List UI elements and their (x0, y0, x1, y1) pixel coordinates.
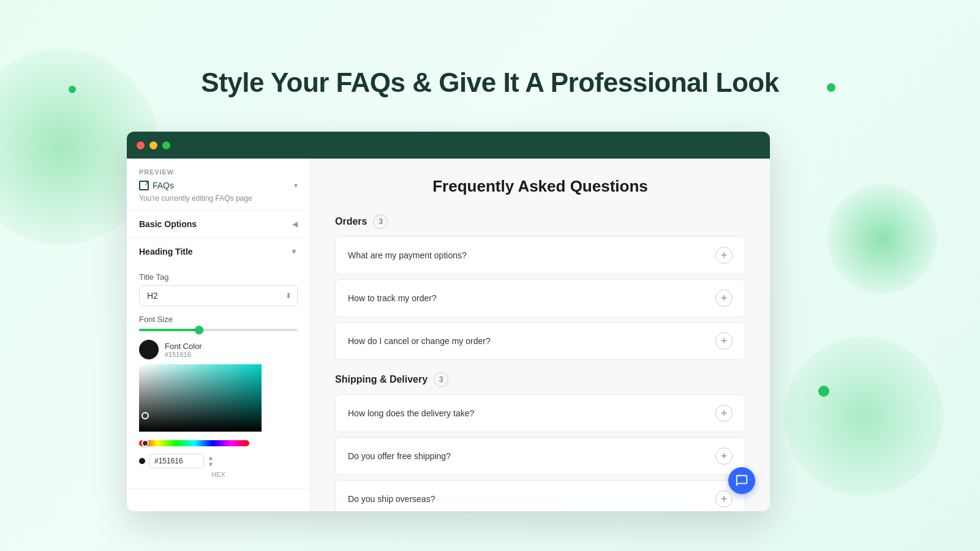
window-body: PREVIEW FAQs ▾ You're currently editing … (127, 159, 770, 511)
window-titlebar (127, 132, 770, 159)
sidebar: PREVIEW FAQs ▾ You're currently editing … (127, 159, 311, 511)
basic-options-label: Basic Options (139, 219, 197, 229)
heading-title-section: Heading Title ▼ Title Tag H2 H1 H3 H4 H5… (127, 238, 310, 489)
basic-options-section: Basic Options ◀ (127, 211, 310, 238)
traffic-light-green[interactable] (162, 141, 170, 149)
shipping-category-count: 3 (434, 372, 448, 387)
orders-category-name: Orders (335, 216, 367, 227)
faq-item[interactable]: Do you offer free shipping? + (335, 437, 745, 475)
faq-expand-button[interactable]: + (715, 290, 733, 307)
font-size-slider-fill (139, 329, 199, 331)
shipping-category-name: Shipping & Delivery (335, 374, 428, 385)
faq-question-text: Do you ship overseas? (348, 494, 435, 504)
faq-item[interactable]: How to track my order? + (335, 279, 745, 317)
title-tag-label: Title Tag (139, 272, 298, 282)
font-color-label: Font Color (165, 342, 202, 351)
bg-decoration-3 (784, 337, 943, 496)
accent-dot-3 (818, 386, 829, 397)
app-window: PREVIEW FAQs ▾ You're currently editing … (127, 132, 770, 511)
hue-slider-thumb (141, 440, 149, 447)
hex-color-input[interactable] (149, 454, 204, 468)
faq-expand-button[interactable]: + (715, 405, 733, 422)
page-title: Style Your FAQs & Give It A Professional… (0, 67, 980, 98)
faq-question-text: How to track my order? (348, 293, 437, 303)
font-color-row: Font Color #151616 (139, 340, 298, 359)
hex-increment-icon[interactable]: ▲ (208, 454, 214, 461)
accent-dot-1 (69, 86, 76, 93)
chat-icon (735, 474, 748, 487)
font-color-swatch[interactable] (139, 340, 159, 359)
faq-main-title: Frequently Asked Questions (335, 177, 745, 196)
heading-title-header[interactable]: Heading Title ▼ (127, 238, 310, 265)
faq-category-shipping: Shipping & Delivery 3 How long does the … (335, 372, 745, 511)
traffic-light-red[interactable] (137, 141, 145, 149)
faq-expand-button[interactable]: + (715, 490, 733, 508)
heading-title-content: Title Tag H2 H1 H3 H4 H5 H6 Font Size (127, 272, 310, 488)
font-size-label: Font Size (139, 315, 298, 324)
faq-expand-button[interactable]: + (715, 332, 733, 350)
color-gradient-area[interactable] (139, 364, 262, 432)
faq-item[interactable]: How do I cancel or change my order? + (335, 322, 745, 360)
accent-dot-2 (827, 83, 835, 92)
color-picker-cursor (141, 412, 149, 419)
editing-note: You're currently editing FAQs page (139, 194, 298, 203)
title-tag-select[interactable]: H2 H1 H3 H4 H5 H6 (139, 285, 298, 306)
heading-title-label: Heading Title (139, 247, 193, 257)
hex-input-row: ▲ ▼ (139, 454, 298, 468)
color-picker[interactable]: ▲ ▼ HEX (139, 364, 298, 478)
shipping-category-header: Shipping & Delivery 3 (335, 372, 745, 387)
orders-category-count: 3 (373, 214, 388, 229)
faqs-link[interactable]: FAQs (139, 181, 174, 190)
preview-link-row: FAQs ▾ (139, 181, 298, 190)
font-size-slider-thumb[interactable] (195, 326, 203, 334)
faq-item[interactable]: What are my payment options? + (335, 236, 745, 274)
basic-options-header[interactable]: Basic Options ◀ (127, 211, 310, 238)
faqs-link-label: FAQs (153, 181, 174, 190)
title-tag-select-wrapper: H2 H1 H3 H4 H5 H6 (139, 285, 298, 306)
font-color-info: Font Color #151616 (165, 342, 202, 358)
orders-category-header: Orders 3 (335, 214, 745, 229)
hue-slider[interactable] (139, 440, 249, 446)
hex-decrement-icon[interactable]: ▼ (208, 461, 214, 468)
font-color-value: #151616 (165, 351, 202, 358)
bg-decoration-2 (827, 184, 937, 294)
preview-label: PREVIEW (139, 168, 298, 176)
faq-question-text: How do I cancel or change my order? (348, 336, 491, 346)
faq-question-text: What are my payment options? (348, 250, 467, 260)
sidebar-preview-section: PREVIEW FAQs ▾ You're currently editing … (127, 159, 310, 211)
basic-options-chevron-icon: ◀ (292, 220, 298, 228)
font-size-slider-track (139, 329, 298, 331)
traffic-light-yellow[interactable] (149, 141, 157, 149)
faq-expand-button[interactable]: + (715, 448, 733, 465)
faq-item[interactable]: How long does the delivery take? + (335, 394, 745, 432)
hex-format-label: HEX (139, 471, 298, 478)
faq-category-orders: Orders 3 What are my payment options? + … (335, 214, 745, 360)
faq-question-text: Do you offer free shipping? (348, 451, 451, 461)
faq-preview-area: Frequently Asked Questions Orders 3 What… (311, 159, 770, 511)
hex-color-dot (139, 458, 145, 464)
faq-question-text: How long does the delivery take? (348, 408, 474, 418)
faq-expand-button[interactable]: + (715, 247, 733, 264)
preview-chevron-icon[interactable]: ▾ (294, 181, 298, 190)
heading-title-chevron-icon: ▼ (290, 247, 298, 256)
faq-item[interactable]: Do you ship overseas? + (335, 480, 745, 511)
chat-widget-button[interactable] (728, 467, 755, 494)
external-link-icon (139, 181, 149, 190)
